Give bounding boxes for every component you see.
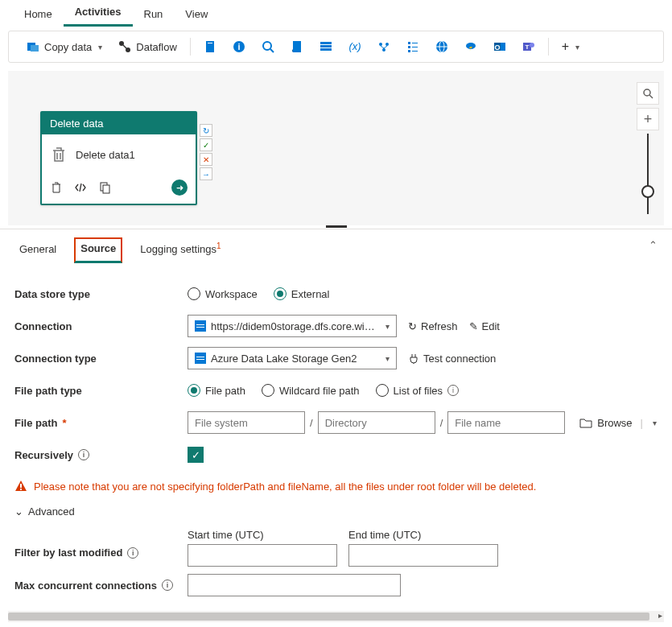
canvas-search-icon[interactable] [637, 82, 659, 105]
radio-workspace[interactable]: Workspace [188, 287, 258, 300]
info-icon[interactable]: i [127, 547, 138, 559]
data-store-type-radios: Workspace External [188, 287, 330, 300]
warning-text: Please note that you are not specifying … [34, 481, 536, 493]
pipeline-icon[interactable] [371, 37, 397, 56]
warning-icon [14, 480, 27, 493]
horizontal-scrollbar[interactable]: ▸ [8, 611, 664, 622]
info-icon[interactable]: i [447, 385, 459, 396]
delete-icon[interactable] [50, 181, 63, 194]
svg-text:T: T [525, 43, 529, 51]
connection-dropdown[interactable]: https://didem0storage.dfs.core.wind.. ▾ [188, 315, 397, 337]
radio-list-of-files[interactable]: List of filesi [376, 384, 459, 397]
test-connection-label: Test connection [423, 353, 496, 365]
refresh-icon: ↻ [408, 320, 417, 332]
test-connection-button[interactable]: Test connection [408, 353, 496, 365]
file-name-input[interactable] [447, 411, 565, 434]
svg-line-10 [270, 49, 274, 52]
tab-home[interactable]: Home [13, 3, 64, 27]
chevron-down-icon: ▾ [653, 419, 657, 427]
time-columns: Start time (UTC) End time (UTC) [188, 529, 498, 567]
label-data-store-type: Data store type [14, 288, 188, 300]
activity-type-label: Delete data [42, 113, 196, 134]
svg-rect-13 [320, 45, 332, 47]
svg-point-18 [382, 48, 385, 52]
svg-text:i: i [237, 42, 240, 52]
svg-line-19 [381, 46, 384, 48]
radio-external[interactable]: External [274, 287, 330, 300]
source-form: Data store type Workspace External Conne… [14, 269, 658, 599]
max-connections-input[interactable] [188, 574, 401, 596]
svg-rect-48 [20, 489, 22, 490]
fail-icon[interactable]: ✕ [200, 153, 212, 166]
svg-rect-22 [412, 43, 418, 43]
label-recursively: Recursivelyi [14, 449, 188, 461]
path-separator: / [310, 417, 313, 429]
activity-name: Delete data1 [76, 149, 135, 161]
scroll-right-icon[interactable]: ▸ [658, 611, 662, 620]
pencil-icon: ✎ [469, 320, 478, 332]
svg-rect-46 [196, 359, 204, 360]
info-icon[interactable]: i [162, 580, 173, 591]
start-time-input[interactable] [188, 544, 337, 567]
copy-icon[interactable] [98, 181, 111, 194]
run-icon[interactable]: ➜ [171, 179, 188, 196]
plus-icon: + [562, 39, 569, 54]
browse-button[interactable]: Browse | ▾ [579, 417, 657, 429]
collapse-panel-icon[interactable]: ⌃ [649, 239, 658, 251]
info-circle-icon[interactable]: i [226, 37, 252, 56]
refresh-button[interactable]: ↻Refresh [408, 320, 458, 332]
directory-input[interactable] [318, 411, 435, 434]
add-button[interactable]: + ▾ [555, 36, 586, 57]
globe-icon[interactable] [429, 37, 455, 56]
advanced-toggle[interactable]: ⌄ Advanced [14, 502, 658, 529]
canvas-add-icon[interactable]: + [637, 108, 659, 130]
label-connection: Connection [14, 320, 188, 332]
panel-tabs: General Source Logging settings1 ⌃ [14, 229, 658, 269]
pipeline-canvas[interactable]: Delete data Delete data1 ➜ ↻ ✓ ✕ → + [8, 71, 664, 225]
table-icon[interactable] [313, 37, 339, 56]
radio-dot-selected [188, 384, 200, 397]
script-icon[interactable] [284, 37, 310, 56]
svg-rect-24 [412, 47, 418, 47]
end-time-label: End time (UTC) [348, 529, 498, 541]
outlook-icon[interactable]: O [487, 37, 513, 56]
notebook-icon[interactable] [197, 37, 223, 56]
info-icon[interactable]: i [78, 449, 89, 460]
dataflow-icon [118, 40, 131, 53]
recursively-checkbox[interactable]: ✓ [188, 447, 204, 463]
teams-icon[interactable]: T [516, 37, 542, 56]
chevron-down-icon: ▾ [385, 354, 390, 363]
tab-source[interactable]: Source [74, 237, 122, 263]
tab-activities[interactable]: Activities [64, 1, 133, 27]
chevron-down-icon: ⌄ [14, 505, 23, 518]
warning-message: Please note that you are not specifying … [14, 473, 658, 502]
file-system-input[interactable] [188, 411, 305, 434]
edit-button[interactable]: ✎Edit [469, 320, 500, 332]
svg-rect-12 [320, 42, 332, 44]
tab-view[interactable]: View [174, 3, 219, 27]
radio-file-path[interactable]: File path [188, 384, 245, 397]
svg-rect-26 [412, 51, 418, 52]
copy-data-label: Copy data [44, 41, 92, 53]
copy-data-button[interactable]: Copy data ▾ [20, 37, 109, 56]
radio-external-label: External [291, 288, 330, 300]
delete-data-activity[interactable]: Delete data Delete data1 ➜ [40, 111, 197, 205]
tab-general[interactable]: General [14, 240, 61, 262]
search-icon[interactable] [255, 37, 281, 56]
code-icon[interactable] [74, 181, 87, 194]
list-icon[interactable] [400, 37, 426, 56]
svg-rect-47 [20, 484, 22, 488]
canvas-controls: + [637, 82, 659, 130]
success-icon[interactable]: ✓ [200, 138, 212, 151]
loop-icon[interactable]: ↻ [200, 124, 212, 137]
connection-type-dropdown[interactable]: Azure Data Lake Storage Gen2 ▾ [188, 347, 397, 369]
tab-run[interactable]: Run [133, 3, 175, 27]
variable-icon[interactable]: (x) [342, 37, 368, 56]
end-time-input[interactable] [348, 544, 498, 567]
tab-logging-settings[interactable]: Logging settings1 [135, 238, 225, 262]
dataflow-button[interactable]: Dataflow [112, 37, 183, 56]
skip-icon[interactable]: → [200, 167, 212, 180]
cloud-bolt-icon[interactable] [458, 37, 484, 56]
radio-wildcard[interactable]: Wildcard file path [262, 384, 360, 397]
zoom-knob[interactable] [641, 185, 654, 198]
